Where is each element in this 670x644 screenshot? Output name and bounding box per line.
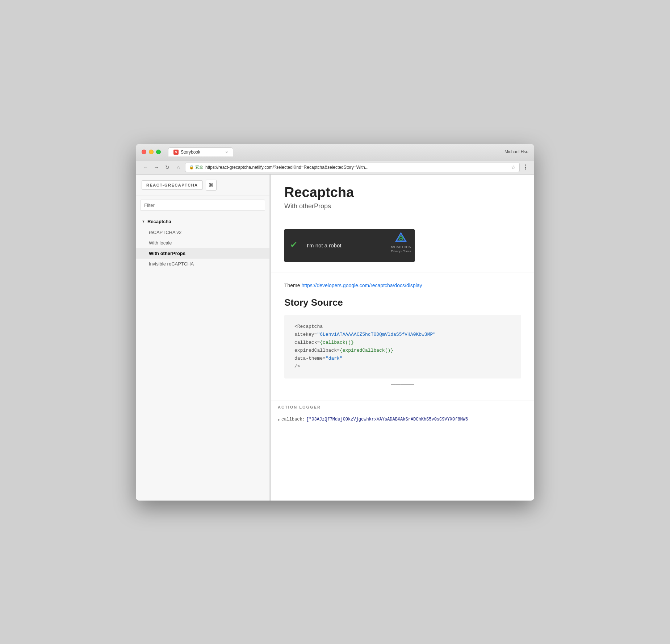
- code-open-tag: <Recaptcha: [294, 324, 323, 329]
- browser-window: S Storybook × Michael Hsu ← → ↻ ⌂ 🔒 安全 h…: [136, 144, 534, 501]
- address-bar: ← → ↻ ⌂ 🔒 安全 https://react-grecaptcha.ne…: [136, 160, 534, 175]
- sidebar-item-with-locale[interactable]: With locale: [136, 238, 269, 248]
- story-source-title: Story Source: [284, 297, 521, 308]
- back-button[interactable]: ←: [142, 163, 150, 171]
- theme-line: Theme https://developers.google.com/reca…: [284, 283, 521, 288]
- sidebar-item-with-other-props[interactable]: With otherProps: [136, 248, 269, 259]
- code-callback-value: {callback()}: [320, 340, 354, 345]
- sidebar-item-label: With otherProps: [149, 251, 185, 256]
- code-theme-value: "dark": [326, 356, 343, 361]
- sidebar: REACT-GRECAPTCHA ⌘ ▼ Recaptcha reCAPTCHA…: [136, 175, 270, 501]
- close-traffic-light[interactable]: [142, 150, 146, 154]
- lock-icon: 🔒: [189, 165, 194, 170]
- traffic-lights: [142, 150, 161, 154]
- browser-menu-button[interactable]: ⋮: [523, 164, 528, 171]
- expand-arrow-icon[interactable]: ▶: [278, 418, 280, 422]
- story-header: Recaptcha With otherProps: [271, 175, 534, 219]
- code-expired-attr: expiredCallback=: [294, 348, 340, 353]
- fullscreen-traffic-light[interactable]: [156, 150, 161, 154]
- not-robot-text: I'm not a robot: [307, 242, 341, 248]
- tab-title: Storybook: [181, 150, 200, 155]
- action-logger: ACTION LOGGER ▶ callback: ["03AJzQf7Mduj…: [271, 401, 534, 426]
- log-value: ["03AJzQf7Mduj00kzVjgcwhkrxVAYsADABXAkSr…: [306, 417, 471, 422]
- main-panel: Recaptcha With otherProps ✔ I'm not a ro…: [271, 175, 534, 501]
- forward-button[interactable]: →: [152, 163, 160, 171]
- minimize-traffic-light[interactable]: [149, 150, 154, 154]
- code-callback-attr: callback=: [294, 340, 320, 345]
- captcha-widget[interactable]: ✔ I'm not a robot reCAPTCHA Privacy - Te…: [284, 229, 415, 262]
- sidebar-item-label: Invisible reCAPTCHA: [149, 261, 194, 267]
- sidebar-item-invisible-recaptcha[interactable]: Invisible reCAPTCHA: [136, 259, 269, 269]
- sidebar-item-recaptcha-v2[interactable]: reCAPTCHA v2: [136, 227, 269, 238]
- code-theme-attr: data-theme=: [294, 356, 326, 361]
- secure-label: 安全: [195, 164, 203, 170]
- bookmark-icon[interactable]: ☆: [511, 164, 516, 170]
- recaptcha-links: Privacy - Terms: [391, 250, 411, 253]
- info-section: Theme https://developers.google.com/reca…: [271, 272, 534, 401]
- recaptcha-label: reCAPTCHA: [391, 245, 411, 249]
- action-logger-header: ACTION LOGGER: [271, 401, 534, 413]
- browser-body: REACT-GRECAPTCHA ⌘ ▼ Recaptcha reCAPTCHA…: [136, 175, 534, 501]
- theme-label: Theme: [284, 283, 300, 288]
- code-sitekey-attr: sitekey=: [294, 332, 317, 337]
- code-close-tag: />: [294, 364, 300, 369]
- chevron-down-icon: ▼: [142, 219, 145, 223]
- home-button[interactable]: ⌂: [174, 163, 182, 171]
- url-text: https://react-grecaptcha.netlify.com/?se…: [205, 165, 369, 170]
- captcha-area: ✔ I'm not a robot reCAPTCHA Privacy - Te…: [271, 219, 534, 272]
- user-name: Michael Hsu: [504, 149, 528, 154]
- reload-button[interactable]: ↻: [163, 163, 171, 171]
- tab-favicon: S: [173, 150, 179, 155]
- log-key: callback:: [281, 417, 305, 422]
- story-subtitle: With otherProps: [284, 202, 521, 210]
- sidebar-section: ▼ Recaptcha reCAPTCHA v2 With locale Wit…: [136, 214, 269, 271]
- recaptcha-logo-area: reCAPTCHA Privacy - Terms: [391, 232, 411, 253]
- sidebar-header: REACT-GRECAPTCHA ⌘: [136, 175, 269, 196]
- terms-link[interactable]: Terms: [403, 250, 411, 253]
- url-field[interactable]: 🔒 安全 https://react-grecaptcha.netlify.co…: [185, 163, 520, 172]
- command-icon[interactable]: ⌘: [206, 180, 217, 191]
- sidebar-item-label: reCAPTCHA v2: [149, 230, 181, 235]
- tab-close-button[interactable]: ×: [226, 150, 228, 154]
- tab-bar: S Storybook ×: [168, 147, 528, 156]
- scroll-indicator: ─────: [284, 379, 521, 390]
- theme-docs-link[interactable]: https://developers.google.com/recaptcha/…: [301, 283, 422, 288]
- sidebar-group-label: Recaptcha: [147, 219, 171, 224]
- sidebar-group-recaptcha[interactable]: ▼ Recaptcha: [136, 216, 269, 227]
- sidebar-title-button[interactable]: REACT-GRECAPTCHA: [142, 180, 203, 190]
- checkmark-icon: ✔: [290, 240, 302, 251]
- browser-tab[interactable]: S Storybook ×: [168, 147, 233, 156]
- filter-input[interactable]: [140, 200, 265, 211]
- title-bar: S Storybook × Michael Hsu: [136, 144, 534, 160]
- sidebar-item-label: With locale: [149, 240, 172, 246]
- code-expired-value: {expiredCallback()}: [340, 348, 393, 353]
- recaptcha-logo-icon: [395, 232, 407, 244]
- secure-badge: 🔒 安全: [189, 164, 203, 170]
- code-block: <Recaptcha sitekey="6LehviATAAAAACZ5hcT0…: [284, 315, 521, 379]
- action-logger-entry: ▶ callback: ["03AJzQf7Mduj00kzVjgcwhkrxV…: [271, 413, 534, 426]
- story-title: Recaptcha: [284, 185, 521, 200]
- privacy-link[interactable]: Privacy: [391, 250, 401, 253]
- code-sitekey-value: "6LehviATAAAAACZ5hcT0DQmVldaS5fVHA0Kbw3M…: [317, 332, 436, 337]
